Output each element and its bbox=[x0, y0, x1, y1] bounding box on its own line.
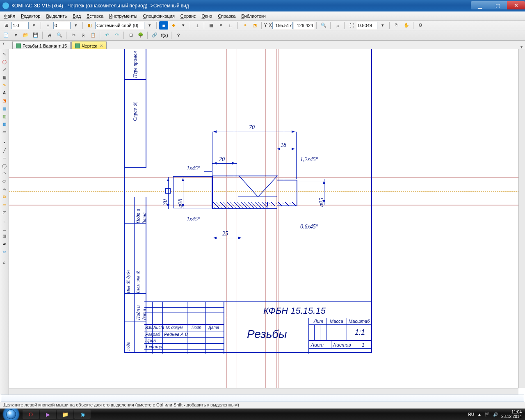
var-icon[interactable]: 🔗 bbox=[150, 31, 159, 39]
taskbar-opera-icon[interactable]: O bbox=[23, 410, 39, 419]
menu-spec[interactable]: Спецификация bbox=[141, 13, 177, 19]
horizontal-scrollbar[interactable] bbox=[9, 388, 518, 395]
menu-libs[interactable]: Библиотеки bbox=[239, 13, 268, 19]
tool-icon[interactable]: ⚙ bbox=[416, 21, 425, 30]
dropdown-icon[interactable]: ▾ bbox=[145, 21, 154, 30]
tray-network-icon[interactable]: 🏴 bbox=[485, 412, 490, 417]
vertical-scrollbar[interactable] bbox=[518, 49, 525, 388]
taskbar-kompas-icon[interactable]: ◉ bbox=[74, 410, 91, 419]
fx-icon[interactable]: f(x) bbox=[160, 31, 169, 39]
chamfer-icon[interactable]: ◸ bbox=[1, 209, 8, 216]
help-icon[interactable]: ? bbox=[174, 31, 183, 39]
circle-icon[interactable]: ◯ bbox=[1, 162, 8, 169]
menu-edit[interactable]: Редактор bbox=[18, 13, 43, 19]
point-icon[interactable]: • bbox=[1, 139, 8, 146]
zoom-fit-icon[interactable]: ⛶ bbox=[347, 21, 356, 30]
arc-icon[interactable]: ◠ bbox=[1, 170, 8, 177]
snap-icon[interactable]: ✦ bbox=[240, 21, 249, 30]
tool-icon[interactable]: ▭ bbox=[1, 128, 8, 135]
table-icon[interactable]: ▤ bbox=[1, 105, 8, 112]
spline-icon[interactable]: ∿ bbox=[1, 185, 8, 193]
step-input[interactable] bbox=[53, 22, 71, 29]
zoom-input[interactable] bbox=[357, 22, 377, 29]
tree-icon[interactable]: 🌳 bbox=[136, 31, 145, 39]
edit-icon[interactable]: ✎ bbox=[1, 81, 8, 89]
dropdown-icon[interactable]: ▾ bbox=[71, 21, 80, 30]
coord-x-input[interactable] bbox=[272, 22, 293, 29]
start-button[interactable] bbox=[0, 409, 22, 420]
tray-clock[interactable]: 11:04 28.12.2014 bbox=[501, 410, 522, 419]
menu-service[interactable]: Сервис bbox=[178, 13, 199, 19]
line-icon[interactable]: ─ bbox=[1, 154, 8, 162]
tab-chertezh[interactable]: Чертеж ✕ bbox=[71, 41, 107, 49]
drawing-canvas[interactable]: Перв примен Справ № Подп и дата Взам инв… bbox=[9, 49, 525, 395]
tab-rezby-variant[interactable]: Резьбы 1 Вариант 15 bbox=[12, 41, 71, 49]
print-icon[interactable]: 🖨 bbox=[45, 31, 54, 39]
trim-icon[interactable]: ⎯ bbox=[1, 224, 8, 232]
taskbar-player-icon[interactable]: ▶ bbox=[40, 410, 56, 419]
spec-icon[interactable]: ▥ bbox=[1, 112, 8, 120]
menu-help[interactable]: Справка bbox=[215, 13, 238, 19]
dropdown-icon[interactable]: ▾ bbox=[378, 21, 387, 30]
open-icon[interactable]: 📂 bbox=[21, 31, 30, 39]
tray-flag-icon[interactable]: ▲ bbox=[477, 412, 482, 417]
props-icon[interactable]: ⊞ bbox=[126, 31, 135, 39]
step-icon[interactable]: ± bbox=[43, 21, 52, 30]
menu-insert[interactable]: Вставка bbox=[84, 13, 106, 19]
offset-icon[interactable]: ⧉ bbox=[1, 193, 8, 201]
symbol-icon[interactable]: ⬔ bbox=[1, 97, 8, 104]
fillet-icon[interactable]: ◟ bbox=[1, 217, 8, 224]
aux-line-icon[interactable]: ╱ bbox=[1, 146, 8, 154]
taskbar-explorer-icon[interactable]: 📁 bbox=[57, 410, 73, 419]
dropdown-icon[interactable]: ▾ bbox=[30, 21, 39, 30]
redo-icon[interactable]: ↷ bbox=[112, 31, 121, 39]
tabs-overflow-icon[interactable]: ▾ bbox=[518, 45, 525, 49]
paint-icon[interactable]: ◆ bbox=[169, 21, 178, 30]
cut-icon[interactable]: ✂ bbox=[69, 31, 78, 39]
coord-y-input[interactable] bbox=[294, 22, 314, 29]
copy-icon[interactable]: ⎘ bbox=[79, 31, 88, 39]
dropdown-icon[interactable]: ▾ bbox=[11, 31, 21, 39]
scale-input[interactable] bbox=[11, 22, 29, 29]
text-icon[interactable]: A bbox=[1, 89, 8, 96]
menu-file[interactable]: Файл bbox=[2, 13, 18, 19]
zoom-window-icon[interactable]: ⌕ bbox=[333, 21, 342, 30]
refresh-icon[interactable]: ↻ bbox=[392, 21, 401, 30]
select-icon[interactable]: ↖ bbox=[1, 50, 8, 57]
report-icon[interactable]: ▦ bbox=[1, 120, 8, 128]
hatch2-icon[interactable]: ▨ bbox=[1, 232, 8, 240]
undo-icon[interactable]: ↶ bbox=[103, 31, 112, 39]
menu-select[interactable]: Выделить bbox=[43, 13, 69, 19]
pan-icon[interactable]: ✋ bbox=[402, 21, 411, 30]
tabs-menu-icon[interactable]: ▾ bbox=[2, 41, 5, 46]
close-button[interactable]: ✕ bbox=[507, 1, 525, 9]
menu-window[interactable]: Окно bbox=[199, 13, 215, 19]
snap2-icon[interactable]: ⬔ bbox=[250, 21, 259, 30]
zoom-in-icon[interactable]: 🔍 bbox=[319, 21, 328, 30]
ellipse-icon[interactable]: ⬭ bbox=[1, 178, 8, 185]
close-tab-icon[interactable]: ✕ bbox=[100, 43, 103, 48]
grid-snap-icon[interactable]: ▦ bbox=[207, 21, 216, 30]
dropdown-icon[interactable]: ▾ bbox=[217, 21, 226, 30]
grid-icon[interactable]: ⊞ bbox=[2, 21, 11, 30]
color-icon[interactable]: ■ bbox=[159, 21, 168, 30]
menu-view[interactable]: Вид bbox=[70, 13, 83, 19]
layers-icon[interactable]: ◧ bbox=[85, 21, 94, 30]
geometry-icon[interactable]: ◯ bbox=[1, 58, 8, 65]
preview-icon[interactable]: 🔍 bbox=[55, 31, 64, 39]
dropdown-icon[interactable]: ▾ bbox=[179, 21, 188, 30]
ortho-icon[interactable]: ⟂ bbox=[193, 21, 202, 30]
fill-icon[interactable]: ▰ bbox=[1, 240, 8, 247]
tray-sound-icon[interactable]: 🔊 bbox=[493, 412, 498, 417]
contour-icon[interactable]: ▱ bbox=[1, 248, 8, 255]
axis-icon[interactable]: ∟ bbox=[226, 21, 235, 30]
new-icon[interactable]: 📄 bbox=[2, 31, 11, 39]
lib-icon[interactable]: ⌂ bbox=[1, 258, 8, 266]
paste-icon[interactable]: 📋 bbox=[89, 31, 98, 39]
layer-combo[interactable] bbox=[95, 22, 144, 29]
save-icon[interactable]: 💾 bbox=[31, 31, 40, 39]
tray-lang[interactable]: RU bbox=[468, 412, 474, 417]
dims-icon[interactable]: ⤢ bbox=[1, 66, 8, 73]
maximize-button[interactable]: ▢ bbox=[489, 1, 507, 9]
hatch-icon[interactable]: ▦ bbox=[1, 73, 8, 81]
